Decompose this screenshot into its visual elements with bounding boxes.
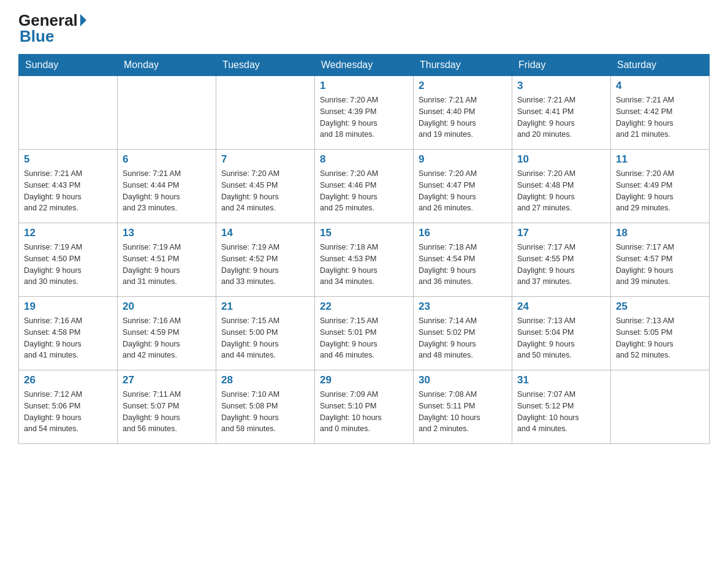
- day-number: 31: [517, 374, 605, 386]
- logo: General Blue: [18, 12, 86, 44]
- day-info: Sunrise: 7:21 AM Sunset: 4:44 PM Dayligh…: [123, 168, 211, 214]
- calendar-cell: 25Sunrise: 7:13 AM Sunset: 5:05 PM Dayli…: [611, 297, 710, 370]
- calendar-table: SundayMondayTuesdayWednesdayThursdayFrid…: [18, 54, 710, 444]
- logo-arrow-icon: [80, 14, 86, 26]
- calendar-cell: 8Sunrise: 7:20 AM Sunset: 4:46 PM Daylig…: [315, 150, 414, 223]
- day-info: Sunrise: 7:10 AM Sunset: 5:08 PM Dayligh…: [221, 389, 309, 435]
- day-info: Sunrise: 7:18 AM Sunset: 4:54 PM Dayligh…: [419, 242, 507, 288]
- col-header-monday: Monday: [118, 55, 216, 76]
- calendar-cell: 28Sunrise: 7:10 AM Sunset: 5:08 PM Dayli…: [216, 370, 315, 444]
- calendar-cell: 14Sunrise: 7:19 AM Sunset: 4:52 PM Dayli…: [216, 223, 315, 297]
- day-number: 4: [616, 80, 704, 92]
- day-number: 25: [616, 301, 704, 313]
- day-info: Sunrise: 7:13 AM Sunset: 5:05 PM Dayligh…: [616, 315, 704, 361]
- col-header-wednesday: Wednesday: [315, 55, 414, 76]
- day-number: 14: [221, 227, 309, 239]
- calendar-cell: 30Sunrise: 7:08 AM Sunset: 5:11 PM Dayli…: [414, 370, 512, 444]
- day-number: 28: [221, 374, 309, 386]
- calendar-cell: 17Sunrise: 7:17 AM Sunset: 4:55 PM Dayli…: [512, 223, 611, 297]
- day-info: Sunrise: 7:14 AM Sunset: 5:02 PM Dayligh…: [419, 315, 507, 361]
- day-number: 24: [517, 301, 605, 313]
- calendar-cell: [118, 76, 216, 150]
- day-number: 29: [320, 374, 408, 386]
- logo-general-text: General: [18, 12, 78, 28]
- col-header-tuesday: Tuesday: [216, 55, 315, 76]
- day-info: Sunrise: 7:20 AM Sunset: 4:45 PM Dayligh…: [221, 168, 309, 214]
- day-info: Sunrise: 7:20 AM Sunset: 4:49 PM Dayligh…: [616, 168, 704, 214]
- day-info: Sunrise: 7:13 AM Sunset: 5:04 PM Dayligh…: [517, 315, 605, 361]
- day-info: Sunrise: 7:19 AM Sunset: 4:51 PM Dayligh…: [123, 242, 211, 288]
- day-info: Sunrise: 7:15 AM Sunset: 5:00 PM Dayligh…: [221, 315, 309, 361]
- day-number: 16: [419, 227, 507, 239]
- day-info: Sunrise: 7:19 AM Sunset: 4:52 PM Dayligh…: [221, 242, 309, 288]
- day-info: Sunrise: 7:20 AM Sunset: 4:46 PM Dayligh…: [320, 168, 408, 214]
- logo-blue-text: Blue: [20, 27, 54, 45]
- day-info: Sunrise: 7:21 AM Sunset: 4:40 PM Dayligh…: [419, 94, 507, 140]
- day-info: Sunrise: 7:16 AM Sunset: 4:59 PM Dayligh…: [123, 315, 211, 361]
- day-number: 2: [419, 80, 507, 92]
- day-number: 21: [221, 301, 309, 313]
- calendar-cell: 6Sunrise: 7:21 AM Sunset: 4:44 PM Daylig…: [118, 150, 216, 223]
- calendar-cell: 11Sunrise: 7:20 AM Sunset: 4:49 PM Dayli…: [611, 150, 710, 223]
- day-number: 6: [123, 153, 211, 166]
- calendar-row-0: 1Sunrise: 7:20 AM Sunset: 4:39 PM Daylig…: [19, 76, 710, 150]
- calendar-row-2: 12Sunrise: 7:19 AM Sunset: 4:50 PM Dayli…: [19, 223, 710, 297]
- calendar-cell: 13Sunrise: 7:19 AM Sunset: 4:51 PM Dayli…: [118, 223, 216, 297]
- day-number: 3: [517, 80, 605, 92]
- calendar-cell: 2Sunrise: 7:21 AM Sunset: 4:40 PM Daylig…: [414, 76, 512, 150]
- day-number: 7: [221, 153, 309, 166]
- day-info: Sunrise: 7:21 AM Sunset: 4:43 PM Dayligh…: [24, 168, 112, 214]
- calendar-cell: 16Sunrise: 7:18 AM Sunset: 4:54 PM Dayli…: [414, 223, 512, 297]
- day-number: 30: [419, 374, 507, 386]
- calendar-cell: [19, 76, 118, 150]
- day-info: Sunrise: 7:19 AM Sunset: 4:50 PM Dayligh…: [24, 242, 112, 288]
- day-number: 22: [320, 301, 408, 313]
- col-header-thursday: Thursday: [414, 55, 512, 76]
- day-info: Sunrise: 7:21 AM Sunset: 4:42 PM Dayligh…: [616, 94, 704, 140]
- day-number: 9: [419, 153, 507, 166]
- day-info: Sunrise: 7:20 AM Sunset: 4:47 PM Dayligh…: [419, 168, 507, 214]
- day-number: 20: [123, 301, 211, 313]
- calendar-cell: 22Sunrise: 7:15 AM Sunset: 5:01 PM Dayli…: [315, 297, 414, 370]
- calendar-cell: 1Sunrise: 7:20 AM Sunset: 4:39 PM Daylig…: [315, 76, 414, 150]
- day-info: Sunrise: 7:15 AM Sunset: 5:01 PM Dayligh…: [320, 315, 408, 361]
- day-info: Sunrise: 7:20 AM Sunset: 4:39 PM Dayligh…: [320, 94, 408, 140]
- calendar-cell: 19Sunrise: 7:16 AM Sunset: 4:58 PM Dayli…: [19, 297, 118, 370]
- day-number: 12: [24, 227, 112, 239]
- day-info: Sunrise: 7:16 AM Sunset: 4:58 PM Dayligh…: [24, 315, 112, 361]
- day-number: 17: [517, 227, 605, 239]
- calendar-cell: 20Sunrise: 7:16 AM Sunset: 4:59 PM Dayli…: [118, 297, 216, 370]
- day-number: 18: [616, 227, 704, 239]
- day-info: Sunrise: 7:20 AM Sunset: 4:48 PM Dayligh…: [517, 168, 605, 214]
- calendar-cell: 12Sunrise: 7:19 AM Sunset: 4:50 PM Dayli…: [19, 223, 118, 297]
- calendar-header: SundayMondayTuesdayWednesdayThursdayFrid…: [19, 55, 710, 76]
- day-number: 11: [616, 153, 704, 166]
- calendar-cell: 23Sunrise: 7:14 AM Sunset: 5:02 PM Dayli…: [414, 297, 512, 370]
- calendar-cell: 21Sunrise: 7:15 AM Sunset: 5:00 PM Dayli…: [216, 297, 315, 370]
- day-info: Sunrise: 7:21 AM Sunset: 4:41 PM Dayligh…: [517, 94, 605, 140]
- day-info: Sunrise: 7:07 AM Sunset: 5:12 PM Dayligh…: [517, 389, 605, 435]
- day-number: 27: [123, 374, 211, 386]
- day-info: Sunrise: 7:08 AM Sunset: 5:11 PM Dayligh…: [419, 389, 507, 435]
- calendar-cell: 27Sunrise: 7:11 AM Sunset: 5:07 PM Dayli…: [118, 370, 216, 444]
- calendar-cell: 4Sunrise: 7:21 AM Sunset: 4:42 PM Daylig…: [611, 76, 710, 150]
- col-header-sunday: Sunday: [19, 55, 118, 76]
- calendar-cell: 15Sunrise: 7:18 AM Sunset: 4:53 PM Dayli…: [315, 223, 414, 297]
- calendar-cell: 3Sunrise: 7:21 AM Sunset: 4:41 PM Daylig…: [512, 76, 611, 150]
- calendar-cell: [216, 76, 315, 150]
- calendar-cell: 31Sunrise: 7:07 AM Sunset: 5:12 PM Dayli…: [512, 370, 611, 444]
- day-number: 15: [320, 227, 408, 239]
- day-number: 10: [517, 153, 605, 166]
- day-info: Sunrise: 7:11 AM Sunset: 5:07 PM Dayligh…: [123, 389, 211, 435]
- day-info: Sunrise: 7:17 AM Sunset: 4:57 PM Dayligh…: [616, 242, 704, 288]
- calendar-row-3: 19Sunrise: 7:16 AM Sunset: 4:58 PM Dayli…: [19, 297, 710, 370]
- day-number: 23: [419, 301, 507, 313]
- day-number: 1: [320, 80, 408, 92]
- calendar-cell: 26Sunrise: 7:12 AM Sunset: 5:06 PM Dayli…: [19, 370, 118, 444]
- col-header-saturday: Saturday: [611, 55, 710, 76]
- day-number: 13: [123, 227, 211, 239]
- calendar-cell: 7Sunrise: 7:20 AM Sunset: 4:45 PM Daylig…: [216, 150, 315, 223]
- day-info: Sunrise: 7:17 AM Sunset: 4:55 PM Dayligh…: [517, 242, 605, 288]
- day-number: 5: [24, 153, 112, 166]
- day-info: Sunrise: 7:12 AM Sunset: 5:06 PM Dayligh…: [24, 389, 112, 435]
